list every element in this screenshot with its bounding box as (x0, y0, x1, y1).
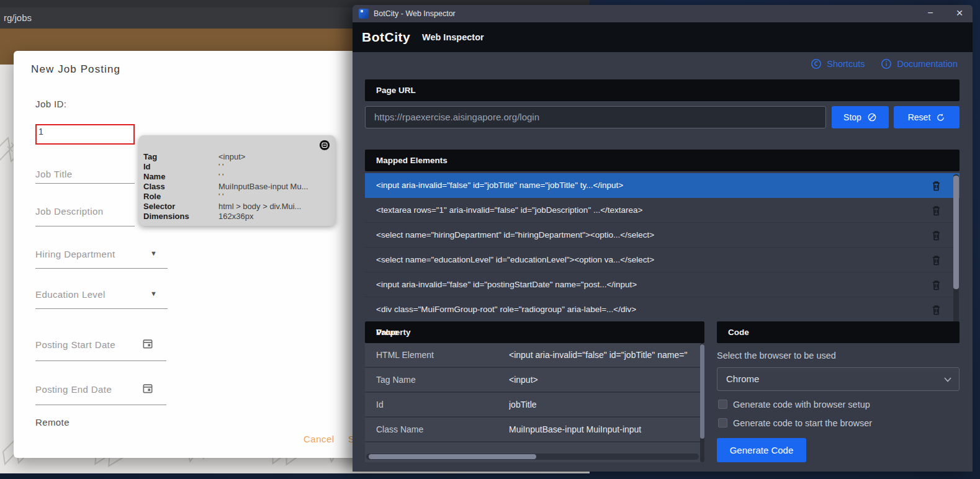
mapped-elements-scrollbar[interactable] (953, 174, 959, 342)
calendar-icon[interactable] (142, 338, 154, 350)
page-url-input[interactable]: https://rpaexercise.aisingapore.org/logi… (365, 106, 826, 128)
tooltip-key: Name (143, 172, 165, 182)
code-header: Code (717, 321, 960, 343)
hiring-department-underline (35, 268, 168, 269)
mapped-element-html: <textarea rows="1" aria-invalid="false" … (376, 198, 922, 223)
job-id-value: 1 (38, 127, 133, 137)
close-button[interactable]: × (953, 5, 966, 22)
stop-label: Stop (843, 112, 861, 122)
botcity-inspector-window: BotCity - Web Inspector − × BotCity Web … (353, 5, 973, 472)
property-table-hscrollbar[interactable] (366, 454, 699, 460)
stop-icon (867, 112, 877, 122)
screenshot-icon[interactable] (319, 140, 330, 151)
property-row: HTML Element <input aria-invalid="false"… (365, 343, 704, 368)
job-id-label: Job ID: (35, 99, 66, 109)
mapped-element-html: <select name="educationLevel" id="educat… (376, 248, 922, 272)
cancel-button[interactable]: Cancel (303, 434, 335, 444)
reset-label: Reset (908, 112, 931, 122)
calendar-icon[interactable] (142, 382, 154, 395)
job-id-input[interactable]: 1 (35, 124, 135, 145)
delete-icon[interactable] (932, 280, 941, 290)
tooltip-value: html > body > div.Mui... (218, 202, 325, 212)
tooltip-key: Tag (143, 152, 157, 162)
remote-label-clipped: Remote (35, 417, 110, 426)
app-subtitle: Web Inspector (422, 32, 484, 42)
delete-icon[interactable] (932, 205, 941, 216)
chevron-down-icon[interactable]: ▼ (150, 290, 157, 297)
tooltip-value: MuiInputBase-input Mu... (218, 182, 325, 192)
delete-icon[interactable] (932, 255, 941, 266)
mapped-element-row[interactable]: <div class="MuiFormGroup-root" role="rad… (365, 297, 960, 320)
app-header: BotCity Web Inspector (353, 22, 973, 52)
mapped-element-row[interactable]: <textarea rows="1" aria-invalid="false" … (365, 198, 960, 223)
remote-label: Remote (35, 417, 70, 426)
job-title-input[interactable]: Job Title (35, 169, 72, 179)
property-table-vscrollbar[interactable] (700, 343, 704, 462)
value-column-header: Value (376, 321, 398, 343)
job-title-underline (35, 183, 135, 184)
minimize-button[interactable]: − (924, 5, 937, 22)
mapped-elements-list: <input aria-invalid="false" id="jobTitle… (365, 173, 960, 320)
browser-setup-checkbox[interactable] (718, 400, 727, 409)
posting-end-date-input[interactable]: Posting End Date (35, 384, 112, 395)
delete-icon[interactable] (932, 305, 941, 315)
generate-code-button[interactable]: Generate Code (717, 438, 806, 462)
browser-select[interactable]: Chrome (717, 367, 960, 391)
mapped-element-row[interactable]: <select name="hiringDepartment" id="hiri… (365, 223, 960, 248)
property-name: Tag Name (376, 368, 416, 392)
tooltip-value: 162x36px (218, 212, 325, 222)
browser-url[interactable]: rg/jobs (4, 7, 32, 29)
window-title: BotCity - Web Inspector (374, 5, 456, 22)
mapped-elements-header-label: Mapped Elements (376, 150, 447, 171)
posting-start-underline (35, 360, 166, 361)
property-name: HTML Element (376, 343, 434, 367)
mapped-element-row[interactable]: <input aria-invalid="false" id="jobTitle… (365, 173, 960, 198)
window-title-bar: BotCity - Web Inspector − × (353, 5, 973, 22)
mapped-element-row[interactable]: <select name="educationLevel" id="educat… (365, 248, 960, 272)
mapped-element-html: <input aria-invalid="false" id="postingS… (376, 272, 922, 297)
tooltip-key: Id (143, 162, 151, 172)
documentation-link[interactable]: Documentation (881, 58, 958, 69)
browser-setup-checkbox-label[interactable]: Generate code with browser setup (733, 400, 870, 410)
scrollbar-thumb[interactable] (700, 344, 704, 439)
property-value: <input> (509, 368, 700, 392)
property-value: <input aria-invalid="false" id="jobTitle… (509, 343, 700, 367)
start-browser-checkbox[interactable] (718, 418, 727, 428)
tooltip-value: ' ' (218, 172, 325, 182)
scrollbar-thumb[interactable] (369, 454, 536, 459)
shortcuts-link[interactable]: Shortcuts (811, 58, 865, 69)
tooltip-value: <input> (218, 152, 325, 162)
mapped-elements-header: Mapped Elements (365, 150, 960, 171)
page-url-header-label: Page URL (376, 79, 416, 101)
chevron-down-icon[interactable]: ▼ (150, 249, 157, 257)
property-row: Id jobTitle (365, 393, 704, 418)
property-table-header: Property Value (365, 321, 704, 343)
generate-code-label: Generate Code (730, 445, 794, 455)
posting-end-underline (35, 405, 166, 405)
start-browser-checkbox-label[interactable]: Generate code to start the browser (733, 418, 872, 428)
scrollbar-thumb[interactable] (953, 176, 959, 289)
page-url-value: https://rpaexercise.aisingapore.org/logi… (374, 107, 825, 128)
delete-icon[interactable] (932, 181, 941, 191)
education-level-select[interactable]: Education Level (35, 289, 106, 300)
hiring-department-select[interactable]: Hiring Department (35, 249, 115, 259)
botcity-app-icon (359, 9, 369, 19)
documentation-label: Documentation (897, 59, 958, 69)
stop-button[interactable]: Stop (832, 106, 889, 128)
tooltip-key: Dimensions (143, 212, 189, 222)
property-name: Class Name (376, 418, 423, 441)
page-url-header: Page URL (365, 79, 960, 101)
job-description-input[interactable]: Job Description (35, 206, 103, 217)
posting-start-date-input[interactable]: Posting Start Date (35, 339, 115, 350)
delete-icon[interactable] (932, 230, 941, 241)
mapped-element-html: <div class="MuiFormGroup-root" role="rad… (376, 297, 922, 320)
botcity-logo: BotCity (362, 30, 410, 45)
tooltip-key: Role (143, 192, 161, 202)
refresh-icon (936, 113, 945, 122)
tooltip-key: Class (143, 182, 165, 192)
mapped-element-row[interactable]: <input aria-invalid="false" id="postingS… (365, 272, 960, 297)
education-level-underline (35, 308, 168, 309)
reset-button[interactable]: Reset (894, 106, 960, 128)
tooltip-value: ' ' (218, 192, 325, 202)
tooltip-value: ' ' (218, 162, 325, 172)
